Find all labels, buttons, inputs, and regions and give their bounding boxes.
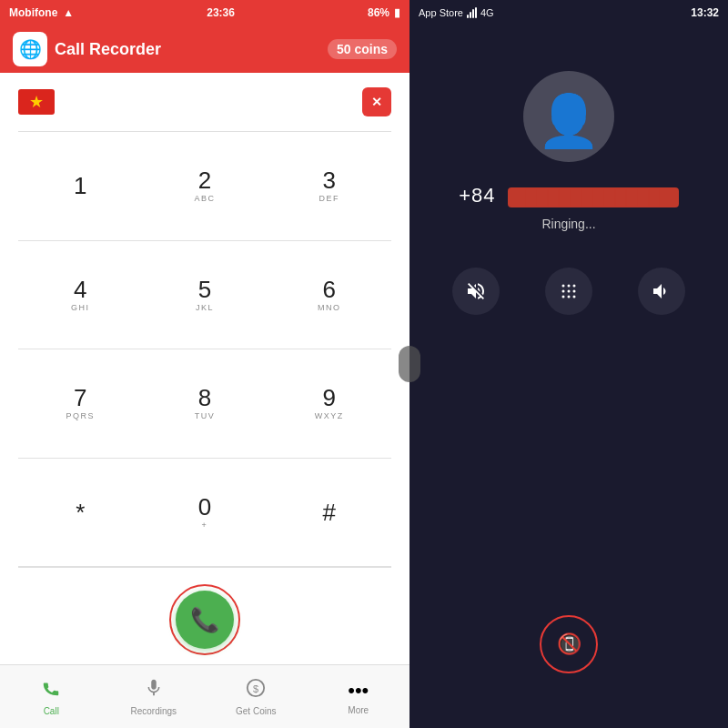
key-main-4: 5 [198, 278, 211, 301]
carrier-label: Mobifone [9, 6, 57, 19]
ringing-label: Ringing... [541, 217, 595, 231]
status-bar-left: Mobifone ▲ [9, 6, 74, 19]
key-sub-4: JKL [196, 303, 214, 312]
tab-label-more: More [348, 705, 369, 715]
key-main-0: 1 [74, 174, 86, 197]
end-call-button[interactable]: 📵 [540, 615, 598, 673]
key-main-11: # [322, 500, 335, 524]
tab-icon-recordings [144, 678, 164, 703]
key-main-6: 7 [74, 386, 86, 410]
key-0[interactable]: 0+ [143, 459, 268, 568]
key-main-8: 9 [322, 386, 335, 410]
dialer-area: ★ ✕ 12ABC3DEF4GHI5JKL6MNO7PQRS8TUV9WXYZ*… [0, 73, 410, 664]
key-main-7: 8 [198, 386, 211, 410]
key-9[interactable]: 9WXYZ [267, 349, 391, 459]
call-actions [452, 268, 685, 315]
svg-point-3 [568, 285, 571, 288]
key-sub-2: DEF [318, 194, 339, 203]
coins-badge[interactable]: 50 coins [328, 39, 397, 59]
key-sub-3: GHI [71, 303, 90, 312]
mute-button[interactable] [452, 268, 500, 315]
key-sub-6: PQRS [66, 411, 96, 420]
time-label: 23:36 [207, 6, 235, 19]
key-4[interactable]: 4GHI [18, 241, 143, 350]
svg-text:$: $ [253, 682, 258, 693]
signal-bars [467, 7, 477, 18]
key-main-9: * [76, 500, 85, 524]
svg-point-5 [562, 290, 565, 293]
delete-button[interactable]: ✕ [362, 87, 391, 116]
avatar-silhouette: 👤 [537, 91, 601, 151]
wifi-icon: ▲ [63, 6, 74, 19]
key-6[interactable]: 6MNO [267, 241, 391, 350]
call-button-highlight: 📞 [169, 584, 240, 655]
tab-call[interactable]: Call [0, 665, 103, 728]
svg-point-8 [562, 296, 565, 298]
svg-point-9 [568, 296, 571, 298]
svg-point-7 [573, 290, 576, 293]
logo-emoji: 🌐 [19, 38, 42, 60]
call-button-row: 📞 [18, 568, 391, 664]
key-sub-10: + [202, 521, 208, 530]
tab-icon-get-coins: $ [246, 678, 266, 703]
key-main-1: 2 [198, 168, 211, 192]
key-7[interactable]: 7PQRS [18, 349, 143, 459]
call-phone-icon: 📞 [190, 606, 219, 634]
left-status-bar: Mobifone ▲ 23:36 86% ▮ [0, 0, 410, 25]
right-phone-screen: App Store 4G 13:32 👤 +84 ████████████ Ri… [410, 0, 728, 728]
right-time: 13:32 [691, 6, 719, 19]
key-main-5: 6 [322, 278, 335, 301]
end-call-icon: 📵 [557, 632, 581, 656]
network-type: 4G [480, 7, 494, 18]
app-title: Call Recorder [55, 40, 320, 59]
key-main-3: 4 [74, 278, 86, 301]
flag-row: ★ ✕ [18, 82, 391, 122]
delete-icon: ✕ [371, 95, 382, 109]
caller-number-blurred: ████████████ [508, 187, 679, 207]
app-header: 🌐 Call Recorder 50 coins [0, 25, 410, 73]
call-button[interactable]: 📞 [176, 591, 234, 649]
key-sub-7: TUV [195, 411, 216, 420]
tab-icon-more: ••• [348, 679, 369, 703]
tab-get-coins[interactable]: $Get Coins [205, 665, 308, 728]
tab-more[interactable]: •••More [308, 665, 410, 728]
caller-number-row: +84 ████████████ [459, 184, 678, 207]
flag-star: ★ [29, 92, 44, 112]
key-hash[interactable]: # [267, 459, 391, 568]
status-bar-right: 86% ▮ [368, 6, 400, 19]
key-1[interactable]: 1 [18, 131, 143, 241]
battery-icon: ▮ [394, 6, 400, 19]
speaker-button[interactable] [638, 268, 685, 315]
vietnam-flag[interactable]: ★ [18, 89, 55, 115]
keypad: 12ABC3DEF4GHI5JKL6MNO7PQRS8TUV9WXYZ*0+# [18, 131, 391, 567]
coins-label: 50 coins [337, 42, 388, 56]
key-2[interactable]: 2ABC [143, 131, 268, 241]
key-3[interactable]: 3DEF [267, 131, 391, 241]
caller-number-prefix: +84 [459, 184, 495, 207]
tab-label-call: Call [44, 706, 59, 716]
signal-bar-3 [472, 9, 474, 18]
left-phone-screen: Mobifone ▲ 23:36 86% ▮ 🌐 Call Recorder 5… [0, 0, 410, 728]
caller-avatar: 👤 [523, 71, 614, 162]
right-status-bar: App Store 4G 13:32 [410, 0, 728, 25]
signal-bar-1 [467, 15, 469, 18]
key-star[interactable]: * [18, 459, 143, 568]
calling-content: 👤 +84 ████████████ Ringing... 📵 [410, 25, 728, 728]
call-status: Ringing... [541, 217, 595, 231]
keypad-button[interactable] [545, 268, 592, 315]
key-sub-8: WXYZ [315, 411, 344, 420]
tab-label-recordings: Recordings [130, 706, 177, 716]
key-8[interactable]: 8TUV [143, 349, 268, 459]
key-5[interactable]: 5JKL [143, 241, 268, 350]
svg-point-4 [573, 285, 576, 288]
svg-point-6 [568, 290, 571, 293]
tab-recordings[interactable]: Recordings [103, 665, 206, 728]
key-main-10: 0 [198, 495, 211, 519]
right-status-left: App Store 4G [419, 7, 494, 18]
slider-handle[interactable] [399, 346, 420, 382]
battery-label: 86% [368, 6, 389, 19]
svg-point-2 [562, 285, 565, 288]
key-sub-5: MNO [318, 303, 341, 312]
tab-icon-call [41, 678, 61, 703]
signal-bar-2 [470, 12, 471, 18]
